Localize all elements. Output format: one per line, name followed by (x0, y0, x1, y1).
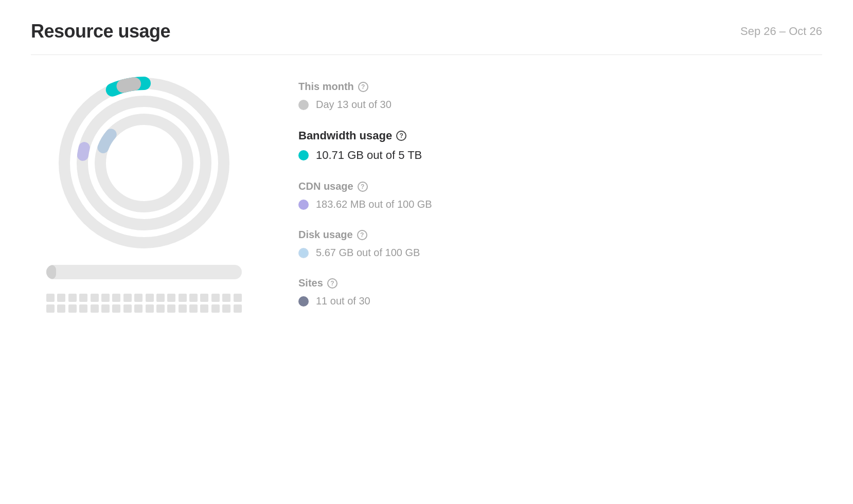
date-range: Sep 26 – Oct 26 (740, 25, 822, 38)
grid-cell (57, 304, 65, 313)
grid-cell (179, 294, 187, 302)
grid-cell (46, 294, 55, 302)
svg-point-0 (64, 83, 224, 243)
this-month-value-row: Day 13 out of 30 (298, 99, 822, 111)
grid-cell (46, 304, 55, 313)
bandwidth-help-icon[interactable]: ? (396, 131, 406, 141)
stats-section: This month ? Day 13 out of 30 Bandwidth … (298, 76, 822, 326)
grid-cell (123, 304, 132, 313)
bandwidth-value: 10.71 GB out of 5 TB (316, 149, 422, 162)
grid-cell (179, 304, 187, 313)
bandwidth-group: Bandwidth usage ? 10.71 GB out of 5 TB (298, 129, 822, 162)
grid-cell (189, 294, 198, 302)
sites-help-icon[interactable]: ? (327, 278, 337, 289)
sites-value-row: 11 out of 30 (298, 295, 822, 307)
grid-cell (79, 304, 87, 313)
page-header: Resource usage Sep 26 – Oct 26 (31, 21, 822, 55)
sites-value: 11 out of 30 (316, 295, 370, 307)
grid-cell (112, 294, 120, 302)
page-title: Resource usage (31, 21, 170, 42)
grid-cell (211, 304, 220, 313)
disk-label: Disk usage ? (298, 229, 822, 241)
disk-value-row: 5.67 GB out of 100 GB (298, 247, 822, 259)
donut-chart (57, 76, 232, 250)
cdn-value-row: 183.62 MB out of 100 GB (298, 199, 822, 210)
grid-cell (134, 304, 143, 313)
cdn-help-icon[interactable]: ? (358, 182, 368, 192)
sites-group: Sites ? 11 out of 30 (298, 277, 822, 307)
grid-cell (167, 294, 175, 302)
grid-cell (68, 304, 77, 313)
grid-cell (146, 294, 154, 302)
grid-cell (200, 294, 208, 302)
disk-dot (298, 248, 309, 258)
grid-cell (234, 294, 242, 302)
bandwidth-label: Bandwidth usage ? (298, 129, 822, 142)
this-month-dot (298, 100, 309, 110)
this-month-value: Day 13 out of 30 (316, 99, 392, 111)
grid-cell (222, 304, 230, 313)
this-month-group: This month ? Day 13 out of 30 (298, 81, 822, 111)
grid-cell (156, 294, 165, 302)
content-area: This month ? Day 13 out of 30 Bandwidth … (31, 76, 822, 326)
cdn-group: CDN usage ? 183.62 MB out of 100 GB (298, 181, 822, 210)
grid-cell (134, 294, 143, 302)
grid-cell (167, 304, 175, 313)
page-container: Resource usage Sep 26 – Oct 26 (0, 0, 853, 346)
cdn-dot (298, 200, 309, 210)
grid-cell (101, 294, 110, 302)
this-month-help-icon[interactable]: ? (358, 82, 368, 92)
bandwidth-progress-bar (46, 265, 242, 279)
grid-placeholder (46, 294, 242, 313)
grid-cell (211, 294, 220, 302)
grid-cell (156, 304, 165, 313)
disk-group: Disk usage ? 5.67 GB out of 100 GB (298, 229, 822, 259)
grid-cell (234, 304, 242, 313)
grid-cell (123, 294, 132, 302)
disk-value: 5.67 GB out of 100 GB (316, 247, 420, 259)
grid-cell (101, 304, 110, 313)
grid-cell (79, 294, 87, 302)
donut-svg (57, 76, 232, 250)
grid-cell (200, 304, 208, 313)
cdn-label: CDN usage ? (298, 181, 822, 192)
cdn-value: 183.62 MB out of 100 GB (316, 199, 432, 210)
bandwidth-value-row: 10.71 GB out of 5 TB (298, 149, 822, 162)
grid-cell (112, 304, 120, 313)
grid-cell (222, 294, 230, 302)
grid-cell (146, 304, 154, 313)
this-month-label: This month ? (298, 81, 822, 93)
sites-dot (298, 296, 309, 307)
grid-cell (91, 304, 99, 313)
sites-label: Sites ? (298, 277, 822, 289)
bandwidth-dot (298, 150, 309, 160)
grid-cell (57, 294, 65, 302)
grid-cell (189, 304, 198, 313)
grid-cell (91, 294, 99, 302)
disk-help-icon[interactable]: ? (357, 230, 367, 240)
grid-cell (68, 294, 77, 302)
chart-section (31, 76, 257, 313)
bandwidth-progress-fill (46, 265, 56, 279)
